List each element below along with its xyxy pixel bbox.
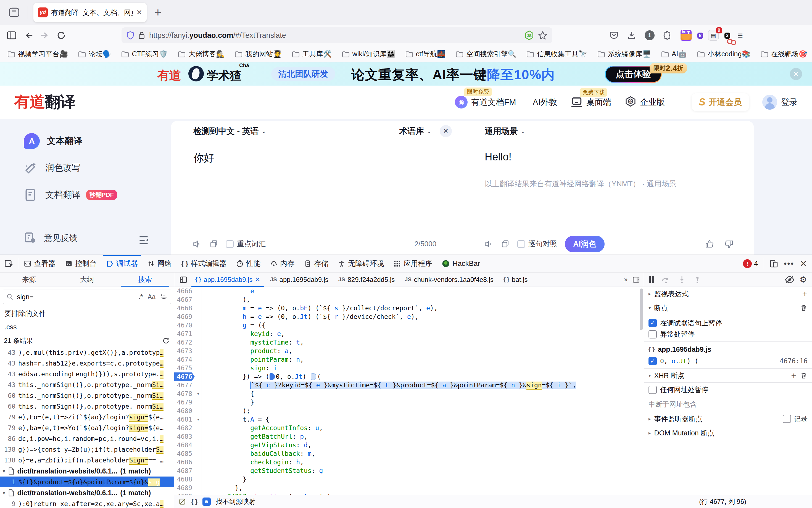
search-result-row[interactable]: 43this._normSign()},o.prototype._normSi…	[0, 379, 174, 390]
bookmark-folder[interactable]: 我的网站🧑‍🎓	[235, 49, 281, 58]
search-result-row[interactable]: 9):0}return xe.after=zc,xe.ary=Sc,xe.a…	[0, 498, 174, 508]
settings-gear-icon[interactable]: ⚙	[800, 275, 807, 284]
extensions-puzzle-icon[interactable]	[663, 31, 672, 40]
forward-icon[interactable]	[40, 31, 50, 40]
code-line[interactable]: 4685 baiduCallback: m,	[174, 450, 644, 458]
blackbox-source-icon[interactable]	[178, 498, 186, 506]
code-line[interactable]: 4686 checkLogin: h,	[174, 458, 644, 467]
sidebar-item-text-translate[interactable]: A 文本翻译	[24, 133, 82, 149]
account-container-icon[interactable]: 1	[645, 30, 655, 40]
thumbs-down-icon[interactable]	[724, 239, 734, 249]
pick-element-icon[interactable]	[0, 259, 19, 268]
bookmark-folder[interactable]: AI🤖	[661, 50, 687, 58]
url-bar[interactable]: https://fanyi.youdao.com/#/TextTranslate…	[122, 27, 553, 43]
vip-button[interactable]: S开通会员	[692, 93, 749, 111]
search-result-row[interactable]: 1${t}&product=${a}&pointParam=${n}&sig	[0, 476, 174, 487]
code-line[interactable]: 4672 mysticTime: t,	[174, 338, 644, 347]
copy-icon[interactable]	[501, 240, 510, 249]
devtools-tab-性能[interactable]: 性能	[231, 255, 265, 272]
search-file-row[interactable]: ▾dict/translation-website/0.6.1... (1 ma…	[0, 487, 174, 498]
scene-selector[interactable]: 通用场景	[485, 126, 518, 137]
new-tab-button[interactable]: +	[154, 5, 162, 19]
bookmark-folder[interactable]: wiki/知识库👨‍👩‍👧	[342, 49, 395, 58]
editor-tab[interactable]: JSapp.1695dab9.js	[265, 272, 333, 287]
case-toggle[interactable]: Aa	[148, 293, 156, 301]
devtools-tab-HackBar[interactable]: HackBar	[437, 255, 485, 272]
devtools-tab-存储[interactable]: 存储	[299, 255, 333, 272]
devtools-close-icon[interactable]: ✕	[800, 258, 807, 269]
devtools-tab-控制台[interactable]: 控制台	[60, 255, 102, 272]
editor-tab[interactable]: { }bat.js	[498, 272, 533, 287]
editor-tab[interactable]: JSchunk-vendors.1aa0f4e8.js	[400, 272, 498, 287]
downloads-icon[interactable]	[627, 31, 636, 40]
login-button[interactable]: 登录	[762, 95, 798, 110]
breakpoint-file-row[interactable]: { } app.1695dab9.js	[644, 343, 812, 356]
deactivate-breakpoints-icon[interactable]	[785, 276, 795, 284]
code-line[interactable]: 4675 sign: i	[174, 364, 644, 373]
code-line[interactable]: 4670 g = ({	[174, 321, 644, 330]
search-result-row[interactable]: 43hash=r.sha512}e.exports=c,c.prototype…	[0, 358, 174, 369]
debugger-left-tab-来源[interactable]: 来源	[0, 272, 58, 287]
search-result-row[interactable]: 86dc,i.pow=hc,i.random=pc,i.round=vc,i.…	[0, 433, 174, 444]
log-checkbox[interactable]	[783, 415, 791, 423]
add-watch-icon[interactable]: +	[802, 289, 808, 299]
cookie-editor-extension-icon[interactable]: ▤ 9	[708, 30, 719, 41]
breakpoint-row[interactable]: ✓ 0, o.Jt) ( 4676:16	[644, 356, 812, 369]
search-input[interactable]: sign= .* Aa	[3, 290, 171, 304]
collapse-sidebar-icon[interactable]	[137, 235, 150, 246]
unchecked-checkbox[interactable]	[649, 386, 657, 394]
code-line[interactable]: 4687 getStudentStatus: g	[174, 467, 644, 475]
checked-checkbox[interactable]: ✓	[649, 319, 657, 327]
breakpoints-section[interactable]: ▾断点	[644, 301, 812, 315]
devtools-tab-应用程序[interactable]: 应用程序	[389, 255, 437, 272]
unchecked-checkbox[interactable]	[649, 330, 657, 338]
keyword-checkbox[interactable]	[226, 240, 234, 248]
collapse-sources-icon[interactable]	[176, 276, 190, 284]
code-line[interactable]: 4684 getVipStatus: d,	[174, 441, 644, 450]
nav-item-ai-tutor[interactable]: AI外教	[529, 97, 557, 108]
debugger-left-tab-搜索[interactable]: 搜索	[116, 272, 174, 287]
compare-checkbox[interactable]	[517, 240, 525, 248]
bookmark-folder[interactable]: 信息收集工具🔭	[526, 49, 587, 58]
code-line[interactable]: 4678▾ {	[174, 389, 644, 398]
speaker-icon[interactable]	[192, 239, 202, 249]
devtools-tab-内存[interactable]: 内存	[265, 255, 299, 272]
bookmark-folder[interactable]: 论坛🗣️	[78, 49, 111, 58]
ai-polish-button[interactable]: AI润色	[565, 236, 605, 252]
expand-panes-icon[interactable]	[632, 276, 640, 284]
banner-close-icon[interactable]: ✕	[790, 68, 802, 80]
promo-banner[interactable]: 有道 学术猹 Chá 清北团队研发 论文重复率、AI率一键降至10%内 点击体验…	[0, 62, 812, 86]
code-line[interactable]: 4667 ),	[174, 295, 644, 304]
code-line[interactable]: 4690 34917: function (e, t, a) {	[174, 492, 644, 495]
sidebar-item-polish[interactable]: 润色改写	[24, 161, 81, 175]
shield-icon[interactable]	[126, 31, 134, 40]
watch-expressions-section[interactable]: ▸监视表达式 +	[644, 287, 812, 301]
bookmark-folder[interactable]: 系统镜像库🖥️	[597, 49, 651, 58]
responsive-mode-icon[interactable]	[769, 259, 778, 268]
code-line[interactable]: 4676 }) => (0, o.Jt) (	[174, 373, 644, 381]
add-xhr-icon[interactable]: +	[791, 370, 797, 381]
code-line[interactable]: 4677 `${ c }?keyid=${ e }&mysticTime=${ …	[174, 381, 644, 389]
checked-checkbox[interactable]: ✓	[649, 357, 657, 365]
code-line[interactable]: 4671 keyid: e,	[174, 330, 644, 338]
bookmark-folder[interactable]: 视频学习平台🎥	[7, 49, 68, 58]
search-result-row[interactable]: 43eddsa.encodingLength)})),s.prototype.…	[0, 369, 174, 379]
clear-input-icon[interactable]: ✕	[440, 125, 452, 137]
xhr-breakpoints-section[interactable]: ▾XHR 断点 +	[644, 369, 812, 383]
code-line[interactable]: 4673 product: a,	[174, 347, 644, 355]
code-line[interactable]: 4688 }	[174, 475, 644, 484]
search-result-row[interactable]: 60this._normSign()},o.prototype._normSi…	[0, 401, 174, 412]
step-in-icon[interactable]	[678, 276, 686, 284]
glossary-selector[interactable]: 术语库	[399, 126, 424, 137]
burp-extension-icon[interactable]: burp	[681, 30, 692, 41]
dom-mutation-section[interactable]: ▸DOM Mutation 断点	[644, 426, 812, 440]
code-line[interactable]: 4683 getBatchUrl: p,	[174, 432, 644, 441]
devtools-tab-查看器[interactable]: 查看器	[19, 255, 60, 272]
exclude-files-label[interactable]: 要排除的文件	[0, 307, 174, 320]
pretty-print-icon[interactable]: { }	[191, 498, 198, 505]
editor-tab[interactable]: { }app.1695dab9.js✕	[190, 272, 265, 287]
quickjs-icon[interactable]: JS	[524, 30, 534, 41]
step-out-icon[interactable]	[693, 276, 701, 284]
code-line[interactable]: 4679 }	[174, 398, 644, 407]
error-count[interactable]: !4	[743, 259, 758, 268]
